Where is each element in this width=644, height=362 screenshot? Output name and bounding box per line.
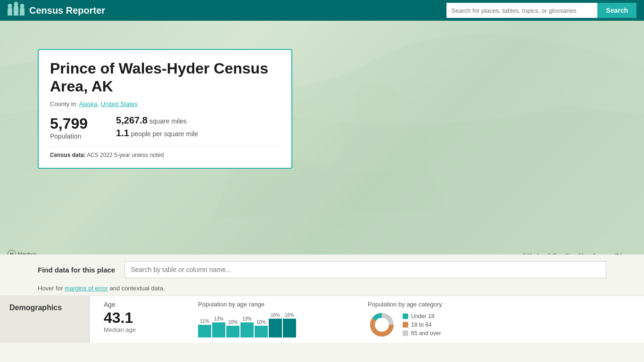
area-sq-miles-number: 5,267.8 bbox=[116, 115, 148, 125]
bar-group-5: 16% bbox=[269, 313, 282, 337]
bar-group-1: 13% bbox=[212, 316, 225, 338]
hover-note-suffix: and contextual data. bbox=[108, 285, 165, 292]
search-area: Search bbox=[446, 3, 636, 18]
bar-rect-1 bbox=[212, 322, 225, 338]
bar-pct-5: 16% bbox=[271, 313, 280, 318]
population-block: 5,799 Population bbox=[50, 115, 88, 140]
donut-area: Under 18 18 to 64 65 and over bbox=[368, 311, 500, 339]
age-range-title: Population by age range bbox=[198, 301, 339, 308]
population-label: Population bbox=[50, 132, 88, 140]
location-prefix: County in: bbox=[50, 100, 79, 107]
legend-65over: 65 and over bbox=[403, 330, 441, 337]
age-block: Age 43.1 Median age bbox=[104, 301, 170, 338]
donut-legend: Under 18 18 to 64 65 and over bbox=[403, 313, 441, 337]
legend-color-under18 bbox=[403, 313, 408, 319]
bar-rect-3 bbox=[240, 322, 254, 338]
search-button[interactable]: Search bbox=[597, 3, 636, 18]
demographics-sidebar[interactable]: Demographics bbox=[0, 296, 90, 343]
logo-person-3 bbox=[20, 7, 25, 16]
find-data-label: Find data for this place bbox=[38, 266, 115, 274]
logo-icon bbox=[8, 5, 25, 16]
bar-chart: 11%13%10%13%10%16%16% bbox=[198, 312, 339, 337]
median-age-label: Median age bbox=[104, 326, 170, 333]
legend-label-18to64: 18 to 64 bbox=[411, 321, 431, 328]
svg-point-1 bbox=[354, 82, 401, 129]
age-category-block: Population by age category bbox=[368, 301, 500, 338]
header: Census Reporter Search bbox=[0, 0, 644, 21]
legend-label-65over: 65 and over bbox=[411, 330, 441, 337]
population-number: 5,799 bbox=[50, 115, 88, 132]
legend-color-65over bbox=[403, 330, 408, 336]
place-name: Prince of Wales-Hyder Census Area, AK bbox=[50, 59, 280, 96]
age-category-title: Population by age category bbox=[368, 301, 500, 308]
main-content: Prince of Wales-Hyder Census Area, AK Co… bbox=[0, 21, 644, 362]
info-card: Prince of Wales-Hyder Census Area, AK Co… bbox=[38, 49, 292, 169]
area-sq-miles-label: square miles bbox=[149, 117, 187, 125]
bar-pct-0: 11% bbox=[200, 319, 209, 324]
area-sq-miles: 5,267.8 square miles bbox=[116, 115, 198, 126]
table-search-input[interactable] bbox=[124, 261, 606, 278]
find-data-row: Find data for this place bbox=[0, 255, 644, 285]
area-block: 5,267.8 square miles 1.1 people per squa… bbox=[116, 115, 198, 140]
site-title: Census Reporter bbox=[29, 5, 105, 16]
bar-pct-3: 13% bbox=[242, 316, 252, 321]
hover-note: Hover for margins of error and contextua… bbox=[0, 285, 644, 296]
donut-chart bbox=[368, 311, 396, 339]
bottom-section: Find data for this place Hover for margi… bbox=[0, 255, 644, 362]
demographics-content: Age 43.1 Median age Population by age ra… bbox=[90, 296, 644, 343]
bar-pct-6: 16% bbox=[285, 313, 294, 318]
bar-rect-2 bbox=[226, 326, 239, 337]
bar-rect-0 bbox=[198, 325, 211, 338]
hover-note-prefix: Hover for bbox=[38, 285, 65, 292]
logo-person-2 bbox=[14, 5, 18, 16]
age-range-block: Population by age range 11%13%10%13%10%1… bbox=[198, 301, 339, 338]
bar-group-3: 13% bbox=[240, 316, 254, 338]
logo-person-1 bbox=[8, 7, 12, 16]
bar-group-6: 16% bbox=[283, 313, 296, 337]
density: 1.1 people per square mile bbox=[116, 128, 198, 139]
stats-row: 5,799 Population 5,267.8 square miles 1.… bbox=[50, 115, 280, 140]
census-note: Census data: ACS 2022 5-year unless note… bbox=[50, 147, 280, 158]
demographics-section: Demographics Age 43.1 Median age Populat… bbox=[0, 296, 644, 343]
bar-rect-6 bbox=[283, 319, 296, 337]
density-label: people per square mile bbox=[131, 130, 198, 138]
bar-pct-4: 10% bbox=[256, 320, 266, 325]
bar-pct-1: 13% bbox=[214, 316, 223, 321]
header-left: Census Reporter bbox=[8, 5, 105, 16]
country-link[interactable]: United States bbox=[101, 100, 138, 107]
legend-18to64: 18 to 64 bbox=[403, 321, 441, 328]
legend-under18: Under 18 bbox=[403, 313, 441, 320]
density-number: 1.1 bbox=[116, 128, 129, 138]
bar-group-0: 11% bbox=[198, 319, 211, 338]
search-input[interactable] bbox=[446, 3, 597, 18]
state-link[interactable]: Alaska bbox=[79, 100, 97, 107]
legend-color-18to64 bbox=[403, 322, 408, 328]
census-data-value: ACS 2022 5-year unless noted bbox=[87, 152, 164, 158]
bar-pct-2: 10% bbox=[228, 320, 238, 325]
bar-group-4: 10% bbox=[255, 320, 268, 337]
location-line: County in: Alaska, United States bbox=[50, 100, 280, 107]
margins-of-error-link[interactable]: margins of error bbox=[65, 285, 108, 292]
demographics-label: Demographics bbox=[9, 304, 62, 312]
median-age-number: 43.1 bbox=[104, 310, 170, 325]
legend-label-under18: Under 18 bbox=[411, 313, 434, 320]
age-section-title: Age bbox=[104, 301, 170, 308]
bar-group-2: 10% bbox=[226, 320, 239, 337]
census-data-label: Census data: bbox=[50, 152, 85, 158]
bar-rect-4 bbox=[255, 326, 268, 337]
bar-rect-5 bbox=[269, 319, 282, 337]
